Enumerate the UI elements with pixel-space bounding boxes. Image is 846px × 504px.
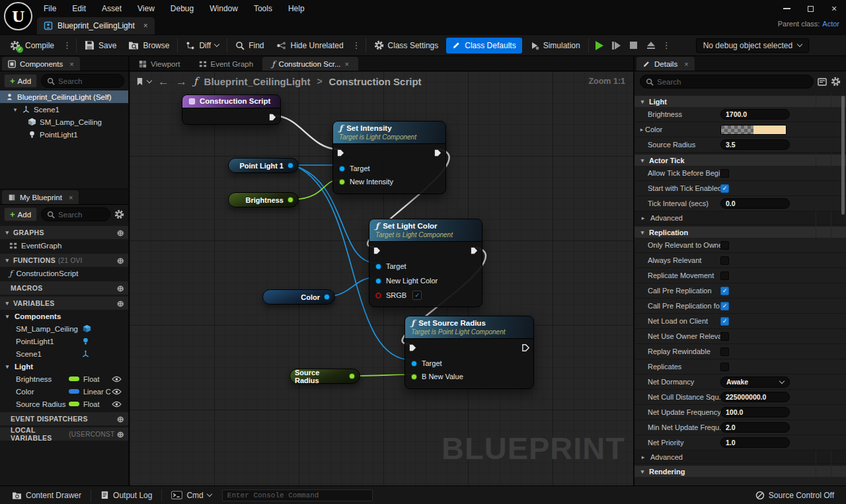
debug-object-dropdown[interactable]: No debug object selected bbox=[696, 38, 809, 53]
minimize-button[interactable] bbox=[775, 0, 798, 17]
add-function-icon[interactable]: ⊕ bbox=[117, 256, 124, 265]
add-variable-icon[interactable]: ⊕ bbox=[117, 299, 124, 308]
var-node-brightness[interactable]: Brightness bbox=[228, 192, 299, 207]
my-blueprint-search-input[interactable] bbox=[58, 211, 104, 219]
variable-pointlight1[interactable]: PointLight1 bbox=[0, 335, 128, 347]
asset-tab-close-icon[interactable]: × bbox=[143, 21, 148, 30]
net-priority-input[interactable]: 1.0 bbox=[720, 437, 790, 448]
variables-group-light[interactable]: ▾ Light bbox=[0, 360, 128, 373]
section-light[interactable]: ▾ Light bbox=[634, 96, 846, 107]
checkbox[interactable]: ✓ bbox=[720, 287, 729, 295]
play-options-icon[interactable]: ⋮ bbox=[660, 40, 673, 50]
exec-input-pin[interactable] bbox=[336, 148, 345, 160]
forward-arrow-icon[interactable]: → bbox=[176, 76, 187, 87]
graphs-section-header[interactable]: ▾ GRAPHS ⊕ bbox=[0, 226, 128, 239]
add-event-dispatcher-icon[interactable]: ⊕ bbox=[117, 415, 124, 423]
functions-section-header[interactable]: ▾ FUNCTIONS (21 OVI ⊕ bbox=[0, 254, 128, 267]
net-update-frequency-input[interactable]: 100.0 bbox=[720, 407, 790, 417]
parent-class-link[interactable]: Actor bbox=[822, 20, 839, 28]
tab-my-blueprint[interactable]: My Blueprint × bbox=[2, 190, 79, 204]
bookmark-icon[interactable] bbox=[136, 77, 143, 86]
source-control-button[interactable]: Source Control Off bbox=[749, 491, 841, 500]
target-pin[interactable] bbox=[375, 264, 381, 270]
variable-brightness[interactable]: Brightness Float bbox=[0, 373, 128, 385]
caret-down-icon[interactable]: ▾ bbox=[12, 106, 19, 113]
var-node-color[interactable]: Color bbox=[262, 289, 335, 305]
node-set-source-radius[interactable]: ƒSet Source Radius Target is Point Light… bbox=[404, 316, 534, 389]
eye-icon[interactable] bbox=[112, 388, 122, 395]
chevron-down-icon[interactable] bbox=[147, 77, 152, 83]
menu-help[interactable]: Help bbox=[280, 0, 313, 17]
add-graph-icon[interactable]: ⊕ bbox=[117, 229, 124, 237]
checkbox[interactable]: ✓ bbox=[720, 347, 729, 356]
color-swatch[interactable] bbox=[720, 125, 787, 135]
construction-script-item[interactable]: ƒ ConstructionScript bbox=[0, 267, 128, 279]
gear-icon[interactable] bbox=[831, 77, 841, 87]
stop-button[interactable] bbox=[625, 38, 642, 54]
checkbox[interactable]: ✓ bbox=[720, 256, 729, 265]
variable-source-radius[interactable]: Source Radius Float bbox=[0, 398, 128, 410]
float-output-pin[interactable] bbox=[349, 373, 355, 379]
section-replication[interactable]: ▾ Replication bbox=[634, 227, 846, 238]
menu-tools[interactable]: Tools bbox=[246, 0, 280, 17]
new-value-pin[interactable] bbox=[411, 374, 417, 380]
component-row-sm-lamp[interactable]: SM_Lamp_Ceiling bbox=[0, 116, 128, 128]
add-macro-icon[interactable]: ⊕ bbox=[117, 284, 124, 293]
checkbox[interactable]: ✓ bbox=[720, 169, 729, 178]
components-search-input[interactable] bbox=[58, 77, 118, 85]
graph-canvas[interactable]: ← → ƒ Blueprint_CeilingLight > Construct… bbox=[130, 71, 633, 486]
checkbox[interactable]: ✓ bbox=[720, 332, 729, 341]
node-construction-script[interactable]: Construction Script bbox=[182, 94, 281, 125]
eject-button[interactable] bbox=[642, 38, 660, 54]
exec-output-pin[interactable] bbox=[470, 246, 479, 258]
variable-sm-lamp[interactable]: SM_Lamp_Ceiling bbox=[0, 322, 128, 335]
class-settings-button[interactable]: Class Settings bbox=[368, 35, 445, 55]
menu-file[interactable]: File bbox=[36, 0, 64, 17]
var-node-source-radius[interactable]: Source Radius bbox=[289, 369, 360, 384]
caret-right-icon[interactable]: ▸ bbox=[638, 126, 645, 133]
close-icon[interactable]: × bbox=[684, 60, 688, 68]
details-search[interactable] bbox=[640, 75, 814, 89]
console-command-input[interactable] bbox=[227, 491, 367, 499]
target-pin[interactable] bbox=[411, 361, 417, 367]
node-set-intensity[interactable]: ƒSet Intensity Target is Light Component… bbox=[332, 121, 446, 194]
source-radius-input[interactable]: 3.5 bbox=[720, 139, 790, 150]
checkbox[interactable]: ✓ bbox=[720, 271, 729, 280]
node-set-light-color[interactable]: ƒSet Light Color Target is Light Compone… bbox=[369, 219, 482, 307]
hide-unrelated-options-icon[interactable]: ⋮ bbox=[350, 40, 364, 50]
details-scrollbar-thumb[interactable] bbox=[841, 96, 845, 215]
save-button[interactable]: Save bbox=[79, 35, 122, 55]
menu-view[interactable]: View bbox=[130, 0, 163, 17]
new-light-color-pin[interactable] bbox=[375, 278, 381, 284]
back-arrow-icon[interactable]: ← bbox=[158, 76, 169, 87]
tab-viewport[interactable]: Viewport bbox=[130, 57, 190, 71]
output-log-button[interactable]: Output Log bbox=[94, 486, 159, 504]
net-dormancy-dropdown[interactable]: Awake bbox=[720, 377, 790, 388]
exec-output-pin[interactable] bbox=[268, 112, 277, 124]
menu-debug[interactable]: Debug bbox=[163, 0, 202, 17]
browse-button[interactable]: Browse bbox=[122, 35, 175, 55]
variable-color[interactable]: Color Linear C bbox=[0, 385, 128, 398]
add-component-button[interactable]: + Add bbox=[4, 74, 37, 88]
compile-button[interactable]: ✓ Compile bbox=[4, 35, 60, 55]
compile-options-icon[interactable]: ⋮ bbox=[60, 40, 74, 50]
srgb-pin[interactable] bbox=[375, 293, 381, 299]
variables-group-components[interactable]: ▾ Components bbox=[0, 310, 128, 322]
macros-section-header[interactable]: MACROS ⊕ bbox=[0, 281, 128, 295]
content-drawer-button[interactable]: Content Drawer bbox=[5, 486, 88, 504]
hide-unrelated-button[interactable]: Hide Unrelated bbox=[270, 35, 350, 55]
min-net-update-frequency-input[interactable]: 2.0 bbox=[720, 422, 790, 433]
component-row-pointlight[interactable]: PointLight1 bbox=[0, 128, 128, 141]
class-defaults-button[interactable]: Class Defaults bbox=[446, 38, 521, 54]
advanced-expander[interactable]: ▸ Advanced bbox=[634, 211, 846, 225]
display-filter-icon[interactable] bbox=[818, 77, 827, 87]
checkbox[interactable]: ✓ bbox=[720, 241, 729, 250]
var-node-point-light-1[interactable]: Point Light 1 bbox=[228, 158, 299, 173]
new-intensity-pin[interactable] bbox=[339, 179, 345, 185]
console-command-field[interactable] bbox=[222, 489, 373, 501]
variables-section-header[interactable]: ▾ VARIABLES ⊕ bbox=[0, 297, 128, 310]
component-row-scene1[interactable]: ▾ Scene1 bbox=[0, 103, 128, 116]
local-variables-header[interactable]: LOCAL VARIABLES (USERCONSTRU ⊕ bbox=[0, 427, 128, 441]
breadcrumb-blueprint[interactable]: Blueprint_CeilingLight bbox=[204, 76, 311, 87]
checkbox[interactable]: ✓ bbox=[720, 302, 729, 310]
